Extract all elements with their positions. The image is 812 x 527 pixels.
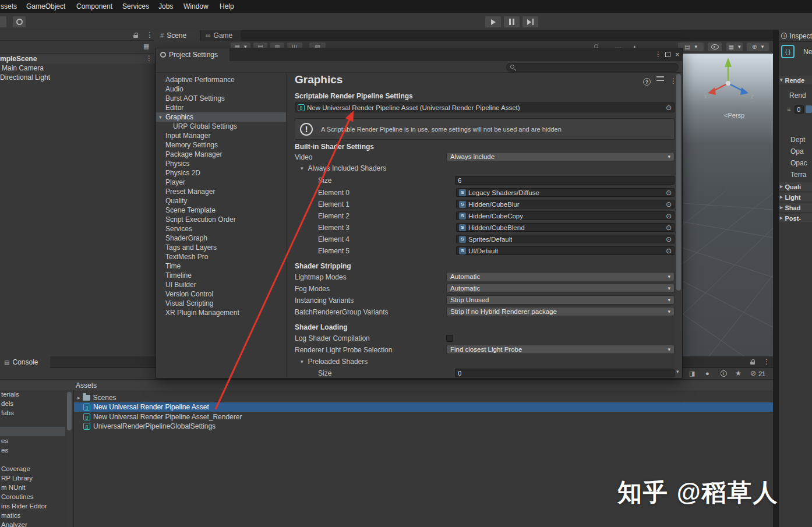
asset-row-scenes[interactable]: ▸ Scenes — [74, 393, 773, 402]
scrollbar-thumb[interactable] — [676, 74, 681, 291]
object-picker-icon[interactable]: ⊙ — [666, 104, 672, 111]
menu-help[interactable]: Help — [220, 2, 234, 10]
camera-dropdown[interactable]: ▦▾ — [726, 42, 743, 52]
tree-item[interactable]: matics — [0, 511, 65, 520]
nav-quality[interactable]: Quality — [156, 196, 286, 206]
star-icon[interactable]: ★ — [735, 369, 742, 377]
nav-memory-settings[interactable]: Memory Settings — [156, 140, 286, 150]
always-included-foldout[interactable]: ▾ Always Included Shaders — [301, 164, 386, 172]
object-picker-icon[interactable]: ⊙ — [666, 213, 672, 220]
menu-component[interactable]: Component — [76, 2, 112, 10]
element-0-field[interactable]: Legacy Shaders/Diffuse⊙ — [456, 188, 675, 197]
tree-item-selected[interactable] — [0, 427, 65, 436]
preloaded-size-field[interactable]: 0 — [455, 369, 675, 377]
asset-row-urp-asset-selected[interactable]: New Universal Render Pipeline Asset — [74, 402, 773, 412]
hierarchy-item-main-camera[interactable]: Main Camera — [2, 64, 44, 72]
log-shader-compilation-checkbox[interactable] — [446, 335, 453, 342]
nav-textmesh-pro[interactable]: TextMesh Pro — [156, 252, 286, 261]
light-probe-selection-dropdown[interactable]: Find closest Light Probe▾ — [446, 345, 675, 354]
settings-scrollbar[interactable]: ▾ — [675, 73, 682, 378]
nav-shadergraph[interactable]: ShaderGraph — [156, 234, 286, 243]
tag-icon[interactable]: ● — [705, 370, 709, 377]
nav-urp-global-settings[interactable]: URP Global Settings — [156, 122, 286, 131]
element-4-field[interactable]: Sprites/Default⊙ — [456, 235, 675, 243]
lightmap-modes-dropdown[interactable]: Automatic▾ — [446, 272, 675, 281]
step-button[interactable] — [522, 16, 539, 28]
scene-visibility-button[interactable] — [707, 42, 722, 52]
pause-button[interactable] — [503, 16, 520, 28]
fog-modes-dropdown[interactable]: Automatic▾ — [446, 284, 675, 293]
scroll-down-icon[interactable]: ▾ — [676, 369, 679, 374]
tool-settings-button[interactable] — [12, 16, 26, 28]
tree-item[interactable]: dels — [0, 399, 65, 408]
nav-timeline[interactable]: Timeline — [156, 271, 286, 280]
hierarchy-scene-row[interactable]: mpleScene ⋮ — [0, 54, 154, 63]
tree-item[interactable]: es — [0, 436, 65, 445]
tree-item[interactable]: m NUnit — [0, 483, 65, 492]
tree-item[interactable]: fabs — [0, 408, 65, 418]
nav-physics-2d[interactable]: Physics 2D — [156, 168, 286, 178]
object-picker-icon[interactable]: ⊙ — [666, 201, 672, 208]
nav-ui-builder[interactable]: UI Builder — [156, 280, 286, 289]
hidden-count-icon[interactable]: ⊘ — [750, 369, 756, 377]
nav-audio[interactable]: Audio — [156, 84, 286, 94]
scrollbar-thumb[interactable] — [67, 392, 72, 430]
object-picker-icon[interactable]: ⊙ — [666, 236, 672, 243]
menu-jobs[interactable]: Jobs — [158, 2, 173, 10]
nav-scene-template[interactable]: Scene Template — [156, 206, 286, 215]
tree-item[interactable]: Coroutines — [0, 492, 65, 501]
tree-item[interactable]: es — [0, 445, 65, 455]
nav-time[interactable]: Time — [156, 261, 286, 271]
menu-assets[interactable]: ssets — [1, 2, 17, 10]
tree-item[interactable] — [0, 418, 65, 427]
inspector-section-quality[interactable]: ▸Quali — [779, 182, 812, 192]
gizmos-dropdown[interactable]: ⊕▾ — [746, 42, 769, 52]
tab-project-settings[interactable]: Project Settings — [156, 48, 230, 61]
kebab-menu-icon[interactable]: ⋮ — [763, 358, 770, 365]
element-3-field[interactable]: Hidden/CubeBlend⊙ — [456, 223, 675, 232]
help-icon[interactable] — [643, 78, 651, 86]
menu-gameobject[interactable]: GameObject — [26, 2, 65, 10]
nav-script-execution-order[interactable]: Script Execution Order — [156, 215, 286, 224]
menu-window[interactable]: Window — [183, 2, 209, 10]
batchrenderergroup-dropdown[interactable]: Strip if no Hybrid Renderer package▾ — [446, 307, 675, 316]
tab-console[interactable]: ▤ Console — [0, 356, 50, 368]
tree-item[interactable]: ins Rider Editor — [0, 501, 65, 511]
nav-editor[interactable]: Editor — [156, 103, 286, 112]
tree-item[interactable]: Coverage — [0, 464, 65, 473]
tool-button-partial[interactable] — [0, 16, 7, 28]
element-2-field[interactable]: Hidden/CubeCopy⊙ — [456, 211, 675, 220]
element-1-field[interactable]: Hidden/CubeBlur⊙ — [456, 200, 675, 208]
nav-graphics-selected[interactable]: ▾ Graphics — [156, 112, 286, 122]
breadcrumb[interactable]: Assets — [76, 381, 97, 390]
maximize-icon[interactable] — [665, 52, 670, 57]
hierarchy-item-directional-light[interactable]: Directional Light — [0, 73, 50, 82]
inspector-section-shadows[interactable]: ▸Shad — [779, 203, 812, 213]
tab-game[interactable]: ∞ Game — [201, 30, 241, 41]
asset-row-urp-renderer[interactable]: New Universal Render Pipeline Asset_Rend… — [74, 412, 773, 422]
nav-preset-manager[interactable]: Preset Manager — [156, 187, 286, 196]
tree-item[interactable]: RP Library — [0, 473, 65, 483]
tree-item[interactable] — [0, 455, 65, 464]
asset-row-urp-global-settings[interactable]: UniversalRenderPipelineGlobalSettings — [74, 422, 773, 431]
video-dropdown[interactable]: Always include▾ — [446, 152, 675, 161]
kebab-menu-icon[interactable]: ⋮ — [655, 51, 662, 58]
object-picker-icon[interactable]: ⊙ — [666, 224, 672, 231]
nav-services[interactable]: Services — [156, 224, 286, 234]
tree-item[interactable]: terials — [0, 390, 65, 399]
element-5-field[interactable]: UI/Default⊙ — [456, 246, 675, 255]
kebab-menu-icon[interactable]: ⋮ — [670, 77, 675, 84]
perspective-label[interactable]: <Persp — [724, 112, 744, 119]
kebab-menu-icon[interactable]: ⋮ — [146, 31, 153, 38]
close-icon[interactable]: × — [675, 50, 680, 59]
drag-handle-icon[interactable]: ≡ — [787, 105, 790, 112]
nav-burst-aot[interactable]: Burst AOT Settings — [156, 94, 286, 103]
nav-xr-plugin-management[interactable]: XR Plugin Management — [156, 308, 286, 317]
nav-physics[interactable]: Physics — [156, 159, 286, 168]
srp-object-field[interactable]: New Universal Render Pipeline Asset (Uni… — [295, 102, 675, 112]
info-count-icon[interactable] — [721, 370, 727, 377]
object-picker-icon[interactable]: ⊙ — [666, 189, 672, 196]
nav-adaptive-performance[interactable]: Adaptive Performance — [156, 75, 286, 84]
tab-inspector[interactable]: Inspect — [779, 30, 812, 42]
nav-visual-scripting[interactable]: Visual Scripting — [156, 299, 286, 308]
